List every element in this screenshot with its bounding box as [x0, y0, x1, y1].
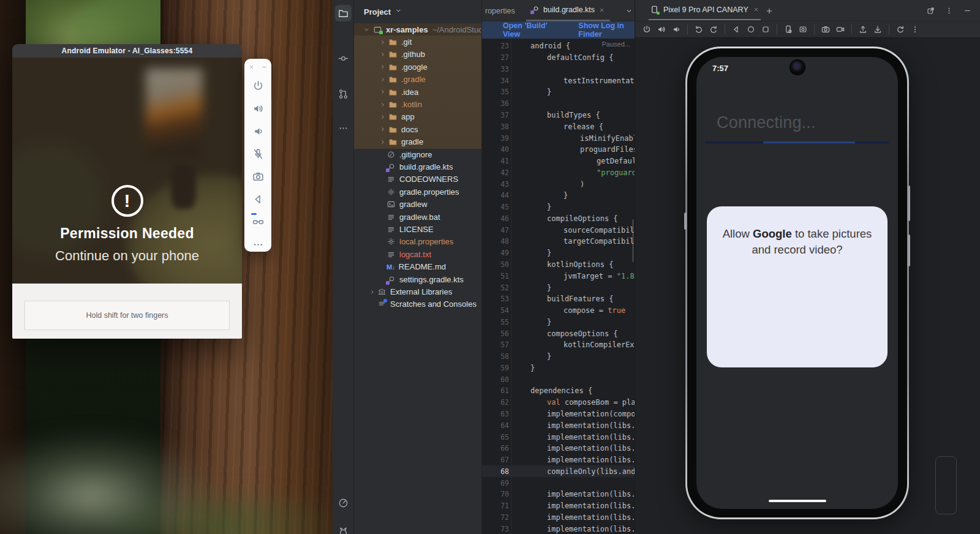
open-build-view-link[interactable]: Open 'Build' View [503, 21, 554, 39]
phone-volume-button [908, 186, 910, 221]
code-line-54: 54 compose = true [482, 305, 635, 317]
rotate-right-icon[interactable] [708, 24, 719, 35]
config-icon [386, 237, 396, 246]
tree-item-label: gradle [401, 137, 423, 146]
tab-overflow-chevron-icon[interactable] [625, 0, 633, 21]
tree-item[interactable]: .gitignore [354, 148, 481, 160]
tool-strip-more-horizontal-icon[interactable] [335, 120, 352, 137]
tree-root-xr-samples[interactable]: xr-samples ~/AndroidStudioProje [354, 23, 481, 36]
tree-item[interactable]: LICENSE [354, 223, 481, 235]
editor-scrollbar[interactable] [632, 219, 634, 262]
tree-item[interactable]: .github [354, 48, 481, 61]
emulator-window-title[interactable]: Android Emulator - AI_Glasses:5554 [12, 44, 242, 58]
code-line-69: 69 [482, 477, 635, 489]
restart-icon[interactable] [895, 24, 906, 35]
code-line-66: 66 implementation(libs.andr [482, 443, 635, 454]
progress-bar-highlight [763, 141, 855, 143]
tree-item[interactable]: gradlew [354, 198, 481, 211]
camera-icon[interactable] [251, 169, 265, 184]
back-icon[interactable] [251, 192, 265, 206]
tree-item[interactable]: .git [354, 36, 481, 48]
code-line-59: 59 } [482, 363, 635, 374]
project-panel-header[interactable]: Project [364, 5, 402, 18]
tree-item-label: .gradle [401, 75, 426, 84]
tree-item[interactable]: M↓ README.md [354, 261, 481, 273]
emulator-hint: Hold shift for two fingers [24, 301, 230, 330]
tool-strip-logcat-icon[interactable] [335, 522, 352, 534]
close-icon[interactable] [753, 6, 760, 13]
screen-record-icon[interactable] [835, 24, 846, 35]
screenshot-icon[interactable] [820, 24, 831, 35]
tool-strip-pull-requests-icon[interactable] [335, 86, 352, 102]
snapshot-icon[interactable] [797, 24, 809, 35]
power-icon[interactable] [251, 78, 265, 93]
tree-item[interactable]: gradle [354, 136, 481, 148]
tree-item[interactable]: .google [354, 61, 481, 73]
tool-strip-commit-icon[interactable] [335, 50, 352, 67]
overview-icon[interactable] [760, 24, 771, 35]
project-panel: Project xr-samples ~/AndroidStudioProje … [354, 0, 481, 534]
upload-icon[interactable] [858, 24, 869, 35]
tree-item[interactable]: settings.gradle.kts [354, 273, 481, 285]
text-icon [386, 175, 396, 184]
more-vertical-icon[interactable] [910, 24, 921, 35]
line-number: 58 [482, 352, 509, 361]
device-tab-pixel-9-pro[interactable]: Pixel 9 Pro API CANARY [649, 0, 761, 20]
volume-down-icon[interactable] [671, 24, 682, 35]
close-icon[interactable] [248, 64, 255, 70]
phone-power-button [908, 235, 910, 266]
tree-item[interactable]: gradlew.bat [354, 211, 481, 223]
tree-item[interactable]: docs [354, 123, 481, 135]
home-icon[interactable] [745, 24, 756, 35]
line-number: 72 [482, 513, 509, 522]
volume-up-icon[interactable] [656, 24, 667, 35]
mic-off-icon[interactable] [251, 146, 265, 161]
add-device-tab-button[interactable] [765, 0, 774, 21]
tree-item[interactable]: .gradle [354, 73, 481, 86]
running-devices-panel: Pixel 9 Pro API CANARY 7:57 [635, 0, 980, 534]
tree-item-label: gradlew [399, 200, 428, 209]
power-icon[interactable] [641, 24, 652, 35]
tree-item[interactable]: local.properties [354, 236, 481, 248]
tree-item[interactable]: build.gradle.kts [354, 160, 481, 173]
code-line-27: 27 defaultConfig { [482, 52, 635, 64]
smart-glasses-icon[interactable] [251, 214, 265, 229]
gesture-pill[interactable] [769, 500, 826, 503]
tab-build-gradle-kts[interactable]: build.gradle.kts [526, 0, 610, 21]
more-horizontal-icon[interactable] [251, 237, 265, 252]
tree-item[interactable]: .idea [354, 86, 481, 98]
tree-item[interactable]: gradle.properties [354, 186, 481, 198]
show-log-in-finder-link[interactable]: Show Log in Finder [578, 21, 635, 39]
code-line-37: 37 buildTypes { [482, 110, 635, 121]
tree-item[interactable]: app [354, 111, 481, 123]
more-vertical-icon[interactable] [944, 6, 954, 15]
phone-screen[interactable]: 7:57 Connecting... Allow Google to take … [696, 57, 898, 509]
line-number: 63 [482, 410, 509, 418]
minimize-icon[interactable] [261, 64, 268, 70]
device-settings-icon[interactable] [783, 24, 794, 35]
close-icon[interactable] [598, 7, 605, 13]
code-line-34: 34 testInstrumentationR [482, 75, 635, 86]
rotate-left-icon[interactable] [693, 24, 704, 35]
emulator-screen[interactable]: ! Permission Needed Continue on your pho… [12, 58, 242, 284]
code-line-45: 45 } [482, 201, 635, 213]
tree-item[interactable]: CODEOWNERS [354, 173, 481, 186]
open-in-new-icon[interactable] [926, 6, 935, 15]
line-number: 57 [482, 340, 509, 349]
device-tab-label: Pixel 9 Pro API CANARY [663, 6, 748, 14]
tool-strip-profiler-icon[interactable] [335, 495, 352, 511]
code-line-63: 63 implementation(composeBo [482, 408, 635, 420]
volume-down-icon[interactable] [251, 124, 265, 138]
tool-strip-project-folder-icon[interactable] [335, 5, 352, 21]
tab-gradle-properties[interactable]: roperties [482, 0, 515, 21]
download-icon[interactable] [872, 24, 883, 35]
tree-item[interactable]: External Libraries [354, 285, 481, 298]
tree-item[interactable]: Scratches and Consoles [354, 298, 481, 310]
minimize-icon[interactable] [963, 6, 972, 15]
back-icon[interactable] [731, 24, 742, 35]
tree-item[interactable]: logcat.txt [354, 248, 481, 260]
volume-up-icon[interactable] [251, 101, 265, 116]
code-editor[interactable]: 23 android { 27 defaultConfig { 33 34 te… [482, 39, 635, 534]
tree-item[interactable]: .kotlin [354, 98, 481, 110]
line-number: 56 [482, 329, 509, 338]
